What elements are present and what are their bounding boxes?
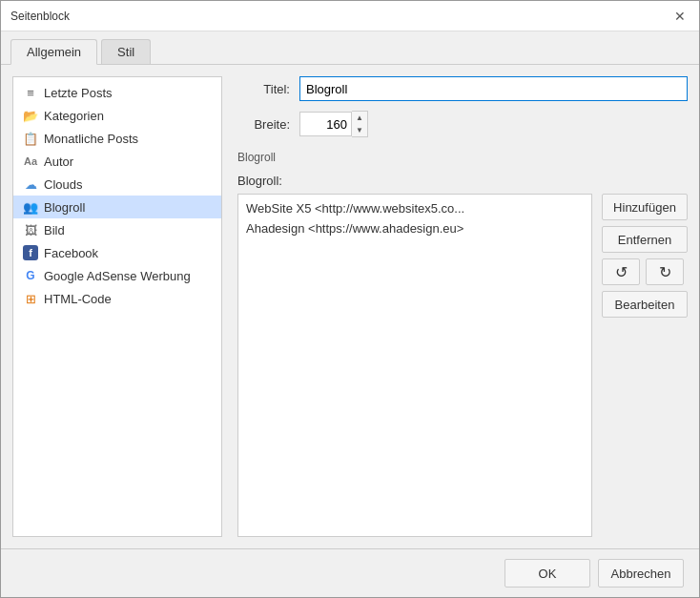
- spinner-up-button[interactable]: ▲: [352, 112, 367, 124]
- list-icon: ≡: [23, 85, 38, 100]
- facebook-icon: f: [23, 245, 38, 260]
- sidebar-label-clouds: Clouds: [44, 177, 82, 192]
- blogroll-row: WebSite X5 <http://www.websitex5.co... A…: [237, 194, 688, 537]
- tabs-bar: Allgemein Stil: [1, 31, 699, 65]
- breite-row: Breite: ▲ ▼: [237, 111, 688, 137]
- sidebar-label-autor: Autor: [44, 155, 73, 169]
- dialog-title: Seitenblock: [10, 10, 70, 23]
- hinzufuegen-button[interactable]: Hinzufügen: [602, 194, 688, 220]
- sidebar-item-bild[interactable]: 🖼 Bild: [13, 218, 221, 241]
- entfernen-button[interactable]: Entfernen: [602, 226, 688, 253]
- close-button[interactable]: ✕: [670, 7, 690, 26]
- sidebar-item-facebook[interactable]: f Facebook: [13, 241, 221, 264]
- title-bar: Seitenblock ✕: [1, 1, 699, 31]
- sidebar-label-google-adsense: Google AdSense Werbung: [44, 269, 191, 283]
- breite-input[interactable]: [299, 112, 352, 136]
- move-up-button[interactable]: ↺: [602, 258, 640, 285]
- sidebar-item-monatliche-posts[interactable]: 📋 Monatliche Posts: [13, 127, 221, 150]
- titel-label: Titel:: [237, 82, 290, 96]
- users-icon: 👥: [23, 199, 38, 215]
- cloud-icon: ☁: [23, 176, 38, 192]
- sidebar-item-autor[interactable]: Aa Autor: [13, 150, 221, 173]
- google-icon: G: [23, 268, 38, 283]
- image-icon: 🖼: [23, 222, 38, 237]
- titel-row: Titel:: [237, 76, 688, 101]
- sidebar-label-monatliche-posts: Monatliche Posts: [44, 132, 138, 146]
- dialog: Seitenblock ✕ Allgemein Stil ≡ Letzte Po…: [0, 0, 700, 598]
- breite-label: Breite:: [237, 117, 290, 132]
- folder-icon: 📂: [23, 108, 38, 123]
- sidebar-item-html-code[interactable]: ⊞ HTML-Code: [13, 287, 221, 310]
- footer: OK Abbrechen: [1, 548, 699, 597]
- list-item[interactable]: Ahadesign <https://www.ahadesign.eu>: [242, 218, 587, 238]
- move-down-button[interactable]: ↻: [646, 258, 684, 285]
- list-item[interactable]: WebSite X5 <http://www.websitex5.co...: [242, 198, 587, 218]
- titel-input[interactable]: [299, 76, 688, 101]
- content-area: ≡ Letzte Posts 📂 Kategorien 📋 Monatliche…: [1, 65, 699, 548]
- code-icon: ⊞: [23, 291, 38, 306]
- tab-allgemein[interactable]: Allgemein: [10, 39, 97, 65]
- sidebar-item-clouds[interactable]: ☁ Clouds: [13, 173, 221, 196]
- bearbeiten-button[interactable]: Bearbeiten: [602, 291, 688, 318]
- sidebar-label-html-code: HTML-Code: [44, 292, 112, 306]
- blogroll-list[interactable]: WebSite X5 <http://www.websitex5.co... A…: [237, 194, 592, 537]
- section-label: Blogroll: [237, 151, 688, 164]
- sidebar-item-blogroll[interactable]: 👥 Blogroll: [13, 196, 221, 218]
- spinner-down-button[interactable]: ▼: [352, 124, 367, 136]
- spinner-buttons: ▲ ▼: [352, 111, 368, 137]
- text-icon: Aa: [23, 154, 38, 169]
- sidebar-label-blogroll: Blogroll: [44, 200, 85, 215]
- sidebar-item-google-adsense[interactable]: G Google AdSense Werbung: [13, 264, 221, 287]
- sidebar-label-bild: Bild: [44, 223, 65, 237]
- ok-button[interactable]: OK: [504, 559, 590, 588]
- sidebar-item-kategorien[interactable]: 📂 Kategorien: [13, 104, 221, 127]
- sidebar-label-letzte-posts: Letzte Posts: [44, 86, 113, 100]
- tab-stil[interactable]: Stil: [101, 39, 151, 64]
- list-action-buttons: Hinzufügen Entfernen ↺ ↻ Bearbeiten: [602, 194, 688, 537]
- sidebar: ≡ Letzte Posts 📂 Kategorien 📋 Monatliche…: [12, 76, 222, 537]
- main-panel: Titel: Breite: ▲ ▼ Blogroll Blogroll:: [237, 76, 688, 537]
- calendar-icon: 📋: [23, 131, 38, 146]
- cancel-button[interactable]: Abbrechen: [598, 559, 684, 588]
- sidebar-item-letzte-posts[interactable]: ≡ Letzte Posts: [13, 81, 221, 104]
- sidebar-label-kategorien: Kategorien: [44, 109, 104, 123]
- arrow-row: ↺ ↻: [602, 258, 688, 285]
- breite-spinner: ▲ ▼: [299, 111, 368, 137]
- sidebar-label-facebook: Facebook: [44, 246, 98, 260]
- blogroll-area: Blogroll: WebSite X5 <http://www.website…: [237, 174, 688, 537]
- blogroll-label: Blogroll:: [237, 174, 688, 188]
